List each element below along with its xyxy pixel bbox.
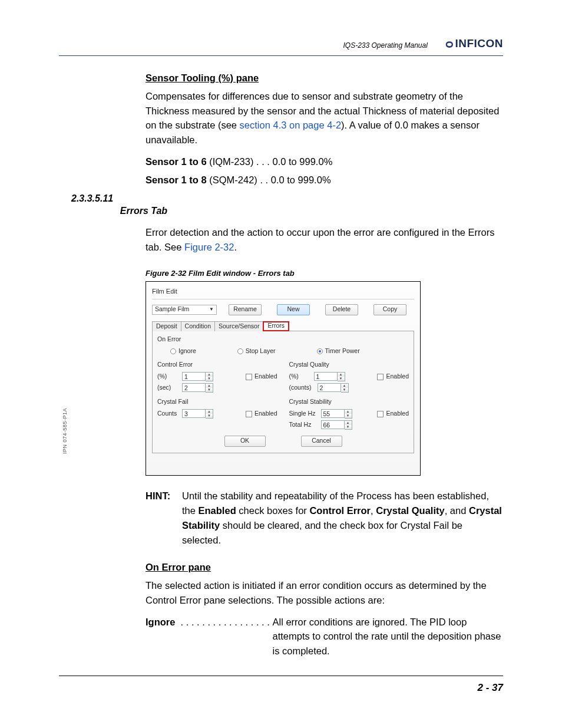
film-select[interactable]: Sample Film▼: [152, 305, 217, 315]
manual-title: IQS-233 Operating Manual: [343, 41, 427, 50]
tab-condition[interactable]: Condition: [181, 321, 215, 331]
figure-caption: Figure 2-32 Film Edit window - Errors ta…: [146, 268, 504, 279]
sensor-tooling-para: Compensates for differences due to senso…: [146, 89, 504, 147]
ignore-definition-row: Ignore . . . . . . . . . . . . . . . . .…: [146, 615, 504, 658]
hint-text: Until the stability and repeatability of…: [182, 489, 504, 547]
crystal-stability-enabled-checkbox[interactable]: Enabled: [377, 409, 409, 419]
tab-body: On Error Ignore Stop Layer Timer Power C…: [152, 331, 414, 453]
ignore-term: Ignore: [146, 615, 175, 658]
crystal-stability-total-input[interactable]: 66▲▼: [321, 420, 352, 430]
sensor-tooling-heading: Sensor Tooling (%) pane: [146, 71, 259, 85]
radio-stop-layer[interactable]: Stop Layer: [237, 347, 276, 356]
on-error-pane-heading: On Error pane: [146, 560, 211, 575]
tab-source-sensor[interactable]: Source/Sensor: [214, 321, 263, 331]
control-error-sec-input[interactable]: 2▲▼: [182, 383, 213, 393]
hint-block: HINT: Until the stability and repeatabil…: [146, 489, 504, 547]
window-title: Film Edit: [152, 286, 414, 297]
footer-divider: [59, 676, 503, 676]
header-divider: [59, 55, 503, 56]
link-figure-2-32[interactable]: Figure 2-32: [184, 242, 234, 252]
tab-bar: Deposit Condition Source/Sensor Errors: [152, 321, 414, 331]
tab-errors[interactable]: Errors: [263, 321, 289, 331]
control-error-group: Control Error (%) 1▲▼ Enabled (sec) 2▲▼: [157, 360, 277, 393]
spin-down-icon: ▼: [206, 377, 213, 381]
errors-tab-para: Error detection and the action to occur …: [146, 225, 504, 255]
tab-deposit[interactable]: Deposit: [152, 321, 181, 331]
crystal-quality-pct-input[interactable]: 1▲▼: [314, 372, 345, 381]
on-error-pane-para: The selected action is initiated if an e…: [146, 578, 504, 608]
hint-label: HINT:: [146, 489, 177, 547]
link-section-4-3[interactable]: section 4.3 on page 4-2: [240, 120, 341, 130]
logo-mark-icon: ᴑ: [445, 37, 454, 51]
radio-timer-power[interactable]: Timer Power: [317, 347, 360, 356]
crystal-stability-single-input[interactable]: 55▲▼: [321, 409, 352, 419]
copy-button[interactable]: Copy: [373, 304, 406, 315]
page-number: 2 - 37: [478, 682, 503, 694]
crystal-stability-group: Crystal Stability Single Hz 55▲▼ Enabled…: [289, 397, 409, 430]
radio-ignore[interactable]: Ignore: [170, 347, 196, 356]
ok-button[interactable]: OK: [224, 436, 266, 447]
crystal-quality-enabled-checkbox[interactable]: Enabled: [377, 372, 409, 381]
crystal-quality-counts-input[interactable]: 2▲▼: [318, 383, 349, 393]
ipn-code: IPN 074-585-P1A: [62, 408, 68, 454]
leader-dots: . . . . . . . . . . . . . . . . .: [175, 615, 272, 658]
control-error-pct-input[interactable]: 1▲▼: [182, 372, 213, 381]
crystal-fail-enabled-checkbox[interactable]: Enabled: [246, 409, 277, 419]
page-header: IQS-233 Operating Manual ᴑINFICON: [59, 37, 503, 56]
rename-button[interactable]: Rename: [229, 304, 262, 315]
main-content: Sensor Tooling (%) pane Compensates for …: [146, 71, 504, 658]
crystal-fail-counts-input[interactable]: 3▲▼: [182, 409, 213, 419]
film-edit-window: Film Edit Sample Film▼ Rename New Delete…: [146, 281, 421, 476]
delete-button[interactable]: Delete: [325, 304, 358, 315]
control-error-enabled-checkbox[interactable]: Enabled: [246, 372, 277, 381]
crystal-quality-group: Crystal Quality (%) 1▲▼ Enabled (counts)…: [289, 360, 409, 393]
section-heading-row: 2.3.3.5.11 Errors Tab: [75, 203, 504, 218]
section-number: 2.3.3.5.11: [71, 193, 113, 203]
new-button[interactable]: New: [277, 304, 310, 315]
crystal-fail-group: Crystal Fail Counts 3▲▼ Enabled: [157, 397, 277, 430]
cancel-button[interactable]: Cancel: [301, 436, 342, 447]
on-error-group: On Error Ignore Stop Layer Timer Power: [157, 335, 409, 356]
spin-up-icon: ▲: [206, 373, 213, 377]
chevron-down-icon: ▼: [209, 306, 214, 313]
sensor-range-2: Sensor 1 to 8 (SQM-242) . . 0.0 to 999.0…: [146, 173, 504, 187]
section-number-column: 2.3.3.5.11: [71, 193, 146, 204]
ignore-definition: All error conditions are ignored. The PI…: [272, 615, 504, 658]
sensor-range-1: Sensor 1 to 6 (IQM-233) . . . 0.0 to 999…: [146, 154, 504, 169]
brand-logo: ᴑINFICON: [445, 37, 503, 51]
section-title: Errors Tab: [120, 206, 167, 216]
